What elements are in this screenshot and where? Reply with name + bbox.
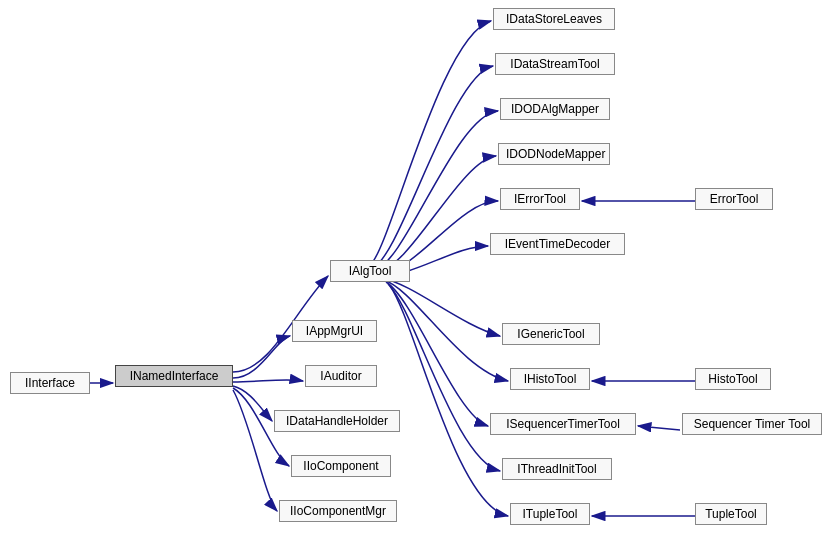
diagram-container: IInterface INamedInterface IAlgTool IApp…	[0, 0, 837, 557]
node-ihistotool[interactable]: IHistoTool	[510, 368, 590, 390]
node-ieventtimedetector[interactable]: IEventTimeDecoder	[490, 233, 625, 255]
node-isequencertimertool[interactable]: ISequencerTimerTool	[490, 413, 636, 435]
node-iiocomponentmgr[interactable]: IIoComponentMgr	[279, 500, 397, 522]
node-iappmgrui[interactable]: IAppMgrUI	[292, 320, 377, 342]
node-ialgtool[interactable]: IAlgTool	[330, 260, 410, 282]
node-histotool[interactable]: HistoTool	[695, 368, 771, 390]
node-tupletool[interactable]: TupleTool	[695, 503, 767, 525]
node-ithreadinittool[interactable]: IThreadInitTool	[502, 458, 612, 480]
node-itupletool[interactable]: ITupleTool	[510, 503, 590, 525]
node-idodnodemapper[interactable]: IDODNodeMapper	[498, 143, 610, 165]
node-igenerictool[interactable]: IGenericTool	[502, 323, 600, 345]
node-sequencertimertool[interactable]: Sequencer Timer Tool	[682, 413, 822, 435]
svg-line-5	[638, 426, 680, 430]
node-inamedinterface[interactable]: INamedInterface	[115, 365, 233, 387]
node-errortool[interactable]: ErrorTool	[695, 188, 773, 210]
node-idatastreamtool[interactable]: IDataStreamTool	[495, 53, 615, 75]
node-iinterface[interactable]: IInterface	[10, 372, 90, 394]
node-idodalgmapper[interactable]: IDODAlgMapper	[500, 98, 610, 120]
diagram-svg	[0, 0, 837, 557]
node-iauditor[interactable]: IAuditor	[305, 365, 377, 387]
node-idatahandleholder[interactable]: IDataHandleHolder	[274, 410, 400, 432]
node-iiocomponent[interactable]: IIoComponent	[291, 455, 391, 477]
node-idatastoreleaves[interactable]: IDataStoreLeaves	[493, 8, 615, 30]
node-ierrortool[interactable]: IErrorTool	[500, 188, 580, 210]
